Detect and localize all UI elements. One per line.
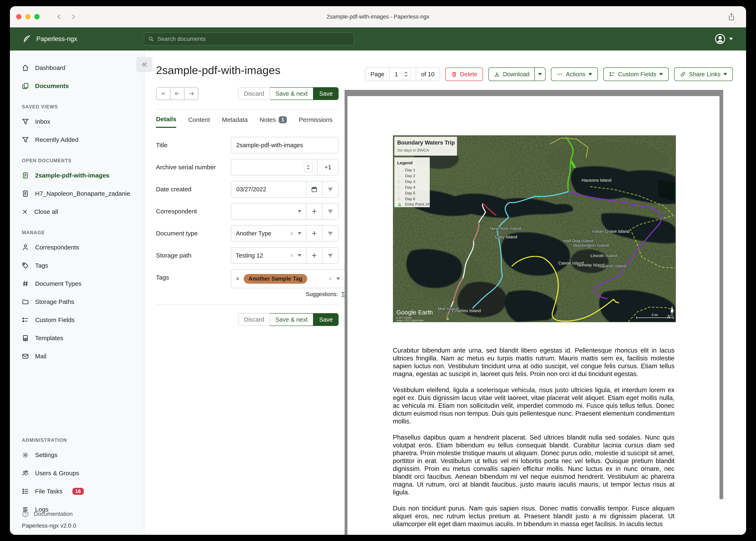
sidebar-item-documentation[interactable]: Documentation [10,507,144,521]
sidebar-item-custom-fields[interactable]: Custom Fields [10,311,144,329]
delete-button[interactable]: Delete [445,67,483,81]
close-icon [161,91,166,96]
divider [156,109,339,110]
save-next-button[interactable]: Save & next [270,313,313,326]
next-document-button[interactable] [184,88,198,100]
page-number-control: 1 [389,68,416,81]
download-options-button[interactable] [534,68,545,81]
actions-button[interactable]: Actions [551,67,598,81]
sidebar-item-mail[interactable]: Mail [10,347,144,365]
correspondent-select[interactable] [231,204,306,219]
correspondent-filter-button[interactable] [322,204,338,219]
user-menu[interactable] [714,33,733,45]
add-document-type-button[interactable] [306,226,322,241]
date-created-input[interactable] [236,186,301,193]
entry-point-icon: ▲ [397,202,402,207]
map-scale-label: 3 mi [652,313,658,317]
save-button[interactable]: Save [313,313,339,326]
sidebar-item-label: Templates [35,334,63,342]
asn-plus-one-button[interactable]: +1 [317,159,338,175]
sidebar-item-dashboard[interactable]: Dashboard [10,59,144,77]
main-content: 2sample-pdf-with-images Page 1 of 10 [144,51,746,535]
custom-fields-icon [22,316,29,323]
document-actions-toolbar: Page 1 of 10 Delete [365,67,733,81]
tab-notes[interactable]: Notes1 [260,116,287,128]
sidebar-item-settings[interactable]: Settings [10,446,144,464]
search-bar[interactable] [144,32,354,46]
sidebar-item-document-types[interactable]: Document Types [10,274,144,293]
asn-stepper[interactable] [304,162,313,172]
sidebar-item-tags[interactable]: Tags [10,257,144,274]
sidebar-item-recently-added[interactable]: Recently Added [10,131,144,149]
sidebar-item-open-doc-1[interactable]: 2sample-pdf-with-images [10,166,144,185]
clear-icon[interactable]: × [290,252,294,260]
sidebar-item-file-tasks[interactable]: File Tasks 16 [10,482,144,500]
map-label: Hausons Island [582,178,612,183]
search-input[interactable] [157,35,344,42]
document-preview: Hausons Island New York Island Gary Isla… [345,90,723,535]
document-type-filter-button[interactable] [322,226,338,241]
sidebar-item-close-all[interactable]: Close all [10,203,144,221]
save-next-button[interactable]: Save & next [270,87,313,100]
tab-content[interactable]: Content [188,116,210,128]
download-button[interactable]: Download [489,68,534,81]
close-window-button[interactable] [16,14,21,19]
caret-down-icon[interactable] [336,277,340,280]
asn-input[interactable] [231,159,317,175]
minimize-window-button[interactable] [25,14,31,19]
doc-nav-group [156,87,198,100]
tab-permissions[interactable]: Permissions [299,116,332,128]
sidebar-item-label: Mail [35,353,46,360]
download-split-button: Download [488,67,546,81]
tag-chip[interactable]: Another Sample Tag [244,274,307,284]
sidebar-item-documents[interactable]: Documents [10,77,144,95]
sidebar-item-templates[interactable]: Templates [10,329,144,347]
page-stepper[interactable] [401,69,411,80]
caret-down-icon[interactable] [298,254,301,257]
zoom-window-button[interactable] [34,14,40,19]
share-icon[interactable] [727,12,736,21]
caret-down-icon[interactable] [298,232,301,235]
brand[interactable]: Paperless-ngx [22,34,77,44]
date-filter-button[interactable] [322,182,338,197]
calendar-button[interactable] [306,182,322,197]
tab-metadata[interactable]: Metadata [222,116,248,128]
discard-button[interactable]: Discard [238,313,270,326]
document-type-select[interactable]: Another Type × [231,226,306,241]
tab-details[interactable]: Details [156,116,176,128]
legend-dots-icon: ∴ [398,185,400,190]
remove-tag-icon[interactable]: × [236,275,240,282]
sidebar-collapse-button[interactable] [136,57,152,72]
storage-path-filter-button[interactable] [322,248,338,263]
app-header: Paperless-ngx [10,27,746,51]
sidebar: Dashboard Documents SAVED VIEWS Inbox Re… [10,51,144,535]
custom-fields-button[interactable]: Custom Fields [603,67,669,81]
close-icon [22,209,28,215]
legend-label: Day 1 [405,168,415,172]
forward-icon[interactable] [70,14,76,20]
add-storage-path-button[interactable] [306,248,322,263]
clear-icon[interactable]: × [328,275,332,283]
tags-select[interactable]: × Another Sample Tag × [231,270,345,288]
back-icon[interactable] [56,14,62,20]
sidebar-item-open-doc-2[interactable]: H7_Napoleon_Bonaparte_zadanie [10,185,144,203]
page-number-value[interactable]: 1 [395,71,398,78]
close-document-button[interactable] [156,88,170,100]
add-correspondent-button[interactable] [306,204,322,219]
titlebar: 2sample-pdf-with-images - Paperless-ngx [10,6,746,27]
storage-path-select[interactable]: Testing 12 × [231,248,306,263]
sidebar-item-users-groups[interactable]: Users & Groups [10,464,144,482]
sidebar-item-inbox[interactable]: Inbox [10,113,144,131]
clear-icon[interactable]: × [290,230,294,237]
title-input[interactable] [236,142,334,149]
save-button[interactable]: Save [313,87,339,100]
preview-scrollbar[interactable] [719,90,723,499]
administration-header: ADMINISTRATION [22,437,144,443]
pdf-paragraph: Duis non tincidunt purus. Nam quis sapie… [393,504,674,528]
sidebar-item-correspondents[interactable]: Correspondents [10,238,144,257]
sidebar-item-storage-paths[interactable]: Storage Paths [10,293,144,311]
share-links-button[interactable]: Share Links [674,67,733,81]
discard-button[interactable]: Discard [238,87,270,100]
caret-down-icon[interactable] [298,210,301,213]
previous-document-button[interactable] [170,88,184,100]
